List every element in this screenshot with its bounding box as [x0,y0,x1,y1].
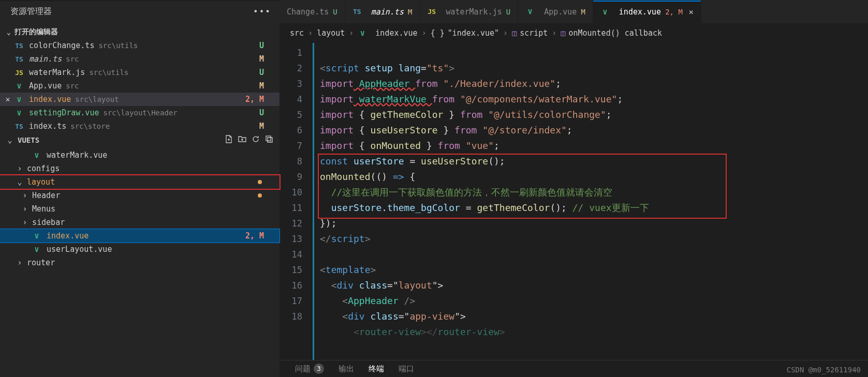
open-editor-item[interactable]: VsettingDraw.vuesrc\layout\HeaderU [0,106,279,119]
file-name: App.vue [29,81,62,91]
open-editor-item[interactable]: TSmain.tssrcM [0,52,279,66]
file-status: U [259,108,274,117]
file-status: 2, M [245,95,274,104]
folder-item[interactable]: ›sidebar [0,216,279,229]
file-status: M [259,122,274,131]
tab-status: 2, M [665,8,683,16]
new-folder-icon[interactable] [238,135,246,145]
collapse-icon[interactable] [265,135,273,145]
sidebar: 资源管理器 ••• ⌄ 打开的编辑器 TScolorChange.tssrc\u… [0,0,279,377]
editor-tab[interactable]: JSwaterMark.jsU [420,0,518,23]
file-item[interactable]: VuserLayout.vue [0,243,279,256]
tab-name: index.vue [619,7,661,17]
file-item[interactable]: Vindex.vue2, M [0,229,279,243]
vue-icon: V [600,8,610,16]
open-editor-item[interactable]: JSwaterMark.jssrc\utilsU [0,66,279,79]
ts-icon: TS [14,55,24,63]
chevron-right-icon: › [308,28,313,38]
code-editor[interactable]: 123456789101112131415161718 <script setu… [279,43,868,360]
line-number: 12 [279,216,302,231]
close-icon[interactable]: ✕ [689,7,694,17]
file-path: src\layout\Header [103,109,177,117]
editor-tab[interactable]: TSmain.tsM [345,0,420,23]
vue-icon: V [358,29,367,37]
panel-tab-ports[interactable]: 端口 [399,364,414,374]
folder-item[interactable]: ›configs [0,162,279,175]
panel-tab-terminal[interactable]: 终端 [369,364,384,374]
file-name: waterMark.js [29,68,85,77]
vue-icon: V [525,8,535,16]
project-section[interactable]: ⌄ VUETS [0,133,279,147]
chevron-icon: › [16,258,24,267]
editor-tab[interactable]: VApp.vueM [518,0,593,23]
folder-name: router [27,258,55,267]
refresh-icon[interactable] [252,135,260,145]
open-editor-item[interactable]: TScolorChange.tssrc\utilsU [0,39,279,52]
file-name: colorChange.ts [29,41,94,50]
vue-icon: V [14,82,24,90]
editor-tab[interactable]: Change.tsU [279,0,345,23]
project-name: VUETS [18,136,39,144]
ts-icon: TS [352,8,362,16]
watermark: CSDN @m0_52611940 [787,366,861,374]
breadcrumb[interactable]: src › layout › Vindex.vue › { }"index.vu… [279,23,868,43]
breadcrumb-item[interactable]: src [290,28,304,38]
folder-item[interactable]: ›router [0,256,279,269]
line-number: 17 [279,293,302,309]
file-path: src\utils [98,41,138,50]
file-name: userLayout.vue [47,245,112,254]
ts-icon: TS [14,42,24,50]
open-editor-item[interactable]: VApp.vuesrcM [0,79,279,93]
file-status: U [259,41,274,50]
line-number: 13 [279,231,302,247]
modified-dot-icon [258,180,262,184]
file-name: index.vue [47,231,89,240]
file-item[interactable]: VwaterMark.vue [0,148,279,162]
tab-name: Change.ts [287,7,329,17]
code-content[interactable]: <script setup lang="ts"> import AppHeade… [320,43,868,360]
line-number: 8 [279,154,302,169]
chevron-right-icon: › [422,28,426,38]
cube-icon: ◫ [561,28,565,38]
file-status: M [259,81,274,91]
folder-item[interactable]: ›Menus [0,202,279,216]
chevron-right-icon: › [552,28,556,38]
chevron-icon: › [21,218,29,227]
folder-name: configs [27,164,60,173]
line-number: 5 [279,107,302,123]
panel-tab-output[interactable]: 输出 [339,364,354,374]
tab-name: main.ts [371,7,404,17]
file-name: index.ts [29,122,66,131]
more-icon[interactable]: ••• [253,7,271,17]
tab-name: App.vue [544,7,577,17]
tab-status: M [408,8,412,16]
js-icon: JS [427,8,436,16]
folder-name: sidebar [32,218,65,227]
breadcrumb-item[interactable]: ◫onMounted() callback [561,28,662,38]
open-editor-item[interactable]: TSindex.tssrc\storeM [0,119,279,133]
open-editors-section[interactable]: ⌄ 打开的编辑器 [0,25,279,39]
open-editor-item[interactable]: ✕Vindex.vuesrc\layout2, M [0,93,279,106]
cube-icon: ◫ [512,28,517,38]
folder-item[interactable]: ⌄layout [0,175,279,189]
folder-item[interactable]: ›Header [0,189,279,202]
breadcrumb-item[interactable]: layout [317,28,345,38]
svg-rect-0 [266,136,271,141]
file-status: 2, M [245,231,274,240]
panel-tab-problems[interactable]: 问题3 [295,364,324,374]
close-icon[interactable]: ✕ [3,95,12,104]
line-number: 4 [279,92,302,107]
file-path: src\store [70,122,110,130]
breadcrumb-item[interactable]: Vindex.vue [358,28,417,38]
chevron-down-icon: ⌄ [5,28,12,36]
explorer-title: 资源管理器 [10,6,52,17]
breadcrumb-item[interactable]: { }"index.vue" [431,28,499,38]
panel-tabs: 问题3 输出 终端 端口 [279,360,868,377]
new-file-icon[interactable] [225,135,233,145]
editor-tab[interactable]: Vindex.vue2, M✕ [593,0,701,23]
breadcrumb-item[interactable]: ◫script [512,28,548,38]
open-editors-label: 打开的编辑器 [14,27,58,37]
chevron-right-icon: › [503,28,508,38]
ts-icon: TS [14,123,24,130]
highlight-box [318,154,727,219]
